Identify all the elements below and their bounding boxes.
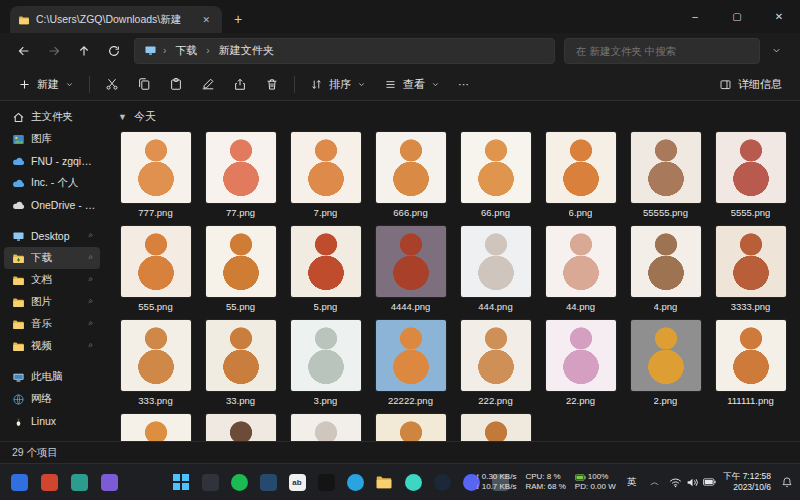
hidden-icons-chevron[interactable]: ︿ bbox=[647, 474, 662, 491]
close-button[interactable]: ✕ bbox=[758, 0, 800, 33]
file-item[interactable]: 22.png bbox=[541, 320, 620, 406]
taskbar-app-dark-button[interactable] bbox=[197, 469, 223, 495]
file-item[interactable] bbox=[371, 414, 450, 441]
cut-button[interactable] bbox=[97, 71, 127, 98]
sidebar-item-视频[interactable]: 视频 bbox=[4, 335, 100, 357]
group-header[interactable]: ▼ 今天 bbox=[118, 109, 800, 124]
tab-close-icon[interactable]: ✕ bbox=[198, 13, 214, 27]
delete-button[interactable] bbox=[257, 71, 287, 98]
chevron-down-icon[interactable] bbox=[763, 38, 790, 64]
system-icons[interactable] bbox=[669, 477, 716, 488]
file-name: 222.png bbox=[478, 395, 512, 406]
taskbar-edge-button[interactable] bbox=[400, 469, 426, 495]
details-pane-button[interactable]: 详细信息 bbox=[711, 71, 790, 98]
taskbar-pinned-app-4-button[interactable] bbox=[96, 469, 122, 495]
sidebar-item-此电脑[interactable]: 此电脑 bbox=[4, 366, 100, 388]
search-input[interactable] bbox=[574, 44, 750, 58]
refresh-button[interactable] bbox=[100, 38, 127, 64]
file-item[interactable] bbox=[201, 414, 280, 441]
file-item[interactable]: 55.png bbox=[201, 226, 280, 312]
file-item[interactable]: 55555.png bbox=[626, 132, 705, 218]
file-item[interactable]: 5.png bbox=[286, 226, 365, 312]
minimize-button[interactable]: – bbox=[674, 0, 716, 33]
taskbar-spotify-button[interactable] bbox=[226, 469, 252, 495]
taskbar-pinned-app-2-button[interactable] bbox=[36, 469, 62, 495]
up-button[interactable] bbox=[70, 38, 97, 64]
taskbar-clock[interactable]: 下午 7:12:58 2023/10/6 bbox=[723, 471, 771, 493]
folder-icon bbox=[12, 296, 25, 309]
file-item[interactable]: 555.png bbox=[116, 226, 195, 312]
maximize-button[interactable]: ▢ bbox=[716, 0, 758, 33]
taskbar-start-button[interactable] bbox=[168, 469, 194, 495]
share-button[interactable] bbox=[225, 71, 255, 98]
file-item[interactable]: 222.png bbox=[456, 320, 535, 406]
file-item[interactable]: 3.png bbox=[286, 320, 365, 406]
taskbar-steam-button[interactable] bbox=[429, 469, 455, 495]
file-item[interactable]: 44.png bbox=[541, 226, 620, 312]
sidebar-item-音乐[interactable]: 音乐 bbox=[4, 313, 100, 335]
more-options-button[interactable]: ··· bbox=[450, 71, 477, 98]
chevron-down-icon: ▼ bbox=[118, 112, 127, 122]
sidebar-item-主文件夹[interactable]: 主文件夹 bbox=[4, 106, 100, 128]
file-item[interactable] bbox=[286, 414, 365, 441]
item-count: 29 个项目 bbox=[12, 446, 58, 460]
input-language-indicator[interactable]: 英 bbox=[623, 473, 641, 492]
file-thumbnail bbox=[546, 132, 616, 203]
search-box[interactable] bbox=[564, 38, 760, 64]
performance-widget[interactable]: ↑ 0.30 KB/s ↓ 10.7 KB/s CPU: 8 % RAM: 68… bbox=[475, 472, 615, 492]
sidebar-item-fnu---zgqinc2[interactable]: FNU - zgqinc2 bbox=[4, 150, 100, 172]
breadcrumb-downloads[interactable]: 下载 bbox=[172, 42, 200, 59]
file-item[interactable]: 2.png bbox=[626, 320, 705, 406]
taskbar-app-black-button[interactable] bbox=[313, 469, 339, 495]
file-thumbnail bbox=[206, 226, 276, 297]
notification-bell-icon[interactable] bbox=[778, 474, 796, 490]
new-tab-button[interactable]: + bbox=[226, 7, 250, 31]
file-item[interactable]: 333.png bbox=[116, 320, 195, 406]
file-item[interactable]: 4444.png bbox=[371, 226, 450, 312]
sidebar-item-图库[interactable]: 图库 bbox=[4, 128, 100, 150]
file-item[interactable]: 66.png bbox=[456, 132, 535, 218]
taskbar-pinned-app-3-button[interactable] bbox=[66, 469, 92, 495]
sidebar-item-linux[interactable]: Linux bbox=[4, 410, 100, 432]
view-button[interactable]: 查看 bbox=[376, 71, 448, 98]
taskbar-pinned-app-1-button[interactable] bbox=[6, 469, 32, 495]
file-item[interactable]: 22222.png bbox=[371, 320, 450, 406]
sidebar-item-label: 视频 bbox=[31, 339, 81, 353]
copy-button[interactable] bbox=[129, 71, 159, 98]
taskbar-file-explorer-button[interactable] bbox=[371, 469, 397, 495]
file-item[interactable]: 5555.png bbox=[711, 132, 790, 218]
explorer-tab[interactable]: C:\Users\ZGQ\Downloads\新建 ✕ bbox=[10, 6, 222, 33]
file-item[interactable]: 33.png bbox=[201, 320, 280, 406]
new-button[interactable]: 新建 bbox=[10, 71, 82, 98]
taskbar-app-navy-button[interactable] bbox=[255, 469, 281, 495]
sidebar-item-下载[interactable]: 下载 bbox=[4, 247, 100, 269]
windows-start-icon bbox=[173, 474, 189, 490]
taskbar-app-ab-button[interactable]: ab bbox=[284, 469, 310, 495]
sidebar-item-图片[interactable]: 图片 bbox=[4, 291, 100, 313]
taskbar-telegram-button[interactable] bbox=[342, 469, 368, 495]
file-item[interactable]: 4.png bbox=[626, 226, 705, 312]
file-item[interactable]: 444.png bbox=[456, 226, 535, 312]
file-item[interactable] bbox=[456, 414, 535, 441]
sidebar-item-网络[interactable]: 网络 bbox=[4, 388, 100, 410]
file-item[interactable]: 77.png bbox=[201, 132, 280, 218]
paste-button[interactable] bbox=[161, 71, 191, 98]
breadcrumb-current-folder[interactable]: 新建文件夹 bbox=[216, 42, 277, 59]
address-bar[interactable]: › 下载 › 新建文件夹 bbox=[134, 38, 555, 64]
file-item[interactable]: 6.png bbox=[541, 132, 620, 218]
file-item[interactable]: 111111.png bbox=[711, 320, 790, 406]
file-item[interactable]: 3333.png bbox=[711, 226, 790, 312]
back-button[interactable] bbox=[10, 38, 37, 64]
sort-button[interactable]: 排序 bbox=[302, 71, 374, 98]
forward-button[interactable] bbox=[40, 38, 67, 64]
rename-button[interactable] bbox=[193, 71, 223, 98]
sidebar-item-onedrive---zgqinc[interactable]: OneDrive - zgqinc bbox=[4, 194, 100, 216]
file-item[interactable]: 777.png bbox=[116, 132, 195, 218]
file-item[interactable]: 7.png bbox=[286, 132, 365, 218]
sidebar-item-文档[interactable]: 文档 bbox=[4, 269, 100, 291]
sidebar-item-inc---个人[interactable]: Inc. - 个人 bbox=[4, 172, 100, 194]
file-name: 77.png bbox=[226, 207, 255, 218]
sidebar-item-desktop[interactable]: Desktop bbox=[4, 225, 100, 247]
file-item[interactable]: 666.png bbox=[371, 132, 450, 218]
file-item[interactable] bbox=[116, 414, 195, 441]
